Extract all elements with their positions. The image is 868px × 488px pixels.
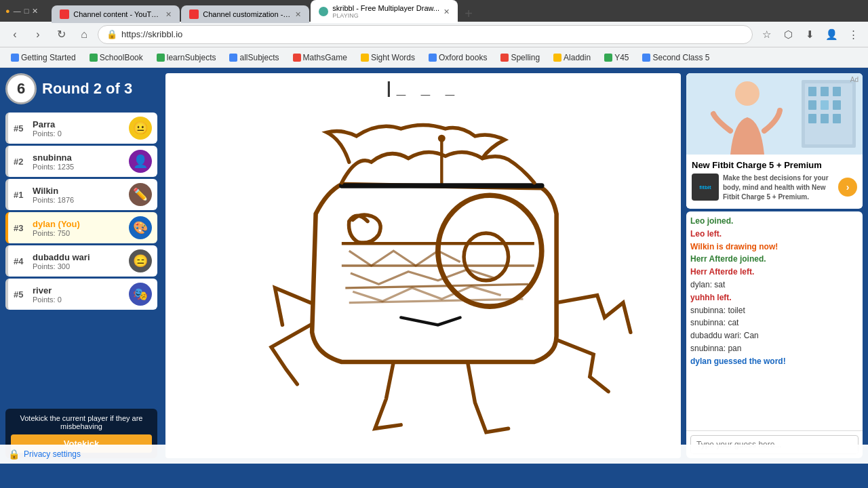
chat-msg-6: yuhhh left. <box>690 292 859 304</box>
bookmark-9[interactable]: Y45 <box>599 52 634 64</box>
url-text: https://skribbl.io <box>121 29 744 39</box>
svg-point-1 <box>464 233 509 281</box>
bookmark-0[interactable]: Getting Started <box>5 52 81 64</box>
tab-close-2[interactable]: ✕ <box>443 7 450 16</box>
tab-favicon-2 <box>319 7 328 16</box>
svg-rect-8 <box>821 87 829 96</box>
player-points-3: Points: 750 <box>33 229 125 237</box>
player-avatar-5: 🎭 <box>129 283 152 306</box>
bookmark-4[interactable]: MathsGame <box>288 52 353 64</box>
chat-box: Leo joined. Leo left. Wilkin is drawing … <box>686 211 863 458</box>
close-btn[interactable]: ✕ <box>32 7 38 16</box>
bookmark-8[interactable]: Aladdin <box>548 52 596 64</box>
privacy-icon: 🔒 <box>8 449 20 460</box>
bookmark-icon-1 <box>90 54 98 62</box>
tab-close-1[interactable]: ✕ <box>295 10 301 19</box>
bookmark-icon-2 <box>157 54 165 62</box>
fitbit-logo-text: fitbit <box>699 184 711 190</box>
player-points-1: Points: 1235 <box>33 163 125 171</box>
player-rank-0: #5 <box>14 123 28 134</box>
player-name-5: river <box>33 285 125 296</box>
ad-box: Ad New Fitbit Charge 5 + Premium fitbit … <box>686 73 863 209</box>
minimize-btn[interactable]: — <box>14 7 21 16</box>
bookmark-10[interactable]: Second Class 5 <box>637 52 715 64</box>
player-item-4: #4 dubaddu wari Points: 300 😑 <box>5 245 157 277</box>
player-avatar-2: ✏️ <box>129 183 152 206</box>
bookmark-2[interactable]: learnSubjects <box>151 52 222 64</box>
svg-point-0 <box>438 195 542 306</box>
ad-header-image <box>686 73 863 155</box>
extensions-button[interactable]: ⬡ <box>778 25 797 44</box>
bookmark-label-2: learnSubjects <box>167 53 216 62</box>
svg-rect-10 <box>808 100 816 110</box>
forward-button[interactable]: › <box>28 25 47 44</box>
bookmark-label-6: Oxford books <box>439 53 487 62</box>
address-bar[interactable]: 🔒 https://skribbl.io <box>98 25 753 44</box>
player-info-5: river Points: 0 <box>33 285 125 304</box>
ad-title-text: New Fitbit Charge 5 + Premium fitbit Mak… <box>692 160 857 201</box>
player-item-5: #5 river Points: 0 🎭 <box>5 279 157 310</box>
tab-0[interactable]: Channel content - YouTube Stu... ✕ <box>52 5 180 23</box>
bookmark-icon-0 <box>11 54 19 62</box>
tab-favicon-1 <box>189 9 199 19</box>
chat-msg-2: Wilkin is drawing now! <box>690 241 859 253</box>
chat-msg-5: dylan: sat <box>690 279 859 291</box>
player-rank-1: #2 <box>14 157 28 167</box>
tab-1[interactable]: Channel customization - YouTu... ✕ <box>181 5 309 23</box>
tab-close-0[interactable]: ✕ <box>165 10 172 19</box>
home-button[interactable]: ⌂ <box>75 25 94 44</box>
bookmark-1[interactable]: SchoolBook <box>84 52 149 64</box>
player-name-2: Wilkin <box>33 186 125 196</box>
star-button[interactable]: ☆ <box>757 25 776 44</box>
ad-label: Ad <box>850 76 859 83</box>
back-button[interactable]: ‹ <box>5 25 24 44</box>
canvas-area: |_ _ _ <box>165 73 681 458</box>
chat-messages: Leo joined. Leo left. Wilkin is drawing … <box>686 211 863 430</box>
tab-2[interactable]: skribbl - Free Multiplayer Draw... PLAYI… <box>311 0 458 23</box>
chat-msg-4: Herr Afterde left. <box>690 266 859 278</box>
tab-favicon-0 <box>60 9 69 19</box>
player-item-0: #5 Parra Points: 0 😐 <box>5 113 157 144</box>
bookmark-7[interactable]: Spelling <box>495 52 545 64</box>
player-item-3: #3 dylan (You) Points: 750 🎨 <box>5 212 157 243</box>
game-container: 6 Round 2 of 3 #5 Parra Points: 0 😐 #2 s… <box>0 68 868 464</box>
player-info-3: dylan (You) Points: 750 <box>33 219 125 237</box>
svg-rect-11 <box>821 100 829 110</box>
bookmark-label-0: Getting Started <box>21 53 76 62</box>
bookmark-label-9: Y45 <box>614 53 629 62</box>
bookmark-label-8: Aladdin <box>564 53 591 62</box>
bookmark-6[interactable]: Oxford books <box>423 52 492 64</box>
bookmark-icon-10 <box>642 54 650 62</box>
bookmark-label-4: MathsGame <box>303 53 347 62</box>
profile-button[interactable]: 👤 <box>822 25 841 44</box>
chat-msg-10: snubinna: pan <box>690 343 859 354</box>
player-rank-4: #4 <box>14 256 28 266</box>
player-avatar-0: 😐 <box>129 117 152 140</box>
bookmark-label-5: Sight Words <box>371 53 415 62</box>
ad-desc-text: Make the best decisions for your body, m… <box>723 174 829 201</box>
votekick-text: Votekick the current player if they are … <box>11 414 152 430</box>
download-button[interactable]: ⬇ <box>800 25 819 44</box>
tab-label-2: skribbl - Free Multiplayer Draw... <box>332 4 439 12</box>
maximize-btn[interactable]: □ <box>24 7 29 16</box>
player-rank-2: #1 <box>14 190 28 200</box>
player-name-3: dylan (You) <box>33 219 125 229</box>
chat-msg-9: dubaddu wari: Can <box>690 330 859 342</box>
new-tab-button[interactable]: + <box>459 4 478 23</box>
player-avatar-4: 😑 <box>129 249 152 272</box>
ad-arrow-btn[interactable]: › <box>838 178 857 197</box>
bookmark-5[interactable]: Sight Words <box>355 52 420 64</box>
chat-msg-3: Herr Afterde joined. <box>690 253 859 265</box>
bookmark-3[interactable]: allSubjects <box>224 52 284 64</box>
bookmark-icon-5 <box>361 54 369 62</box>
timer-circle: 6 <box>5 73 37 104</box>
player-info-1: snubinna Points: 1235 <box>33 152 125 171</box>
player-info-2: Wilkin Points: 1876 <box>33 186 125 204</box>
refresh-button[interactable]: ↻ <box>52 25 71 44</box>
menu-button[interactable]: ⋮ <box>844 25 863 44</box>
lock-icon: 🔒 <box>106 29 117 39</box>
ad-image-svg <box>686 73 863 155</box>
privacy-label[interactable]: Privacy settings <box>24 449 81 459</box>
title-bar: ● — □ ✕ Channel content - YouTube Stu...… <box>0 0 868 22</box>
nav-icons: ☆ ⬡ ⬇ 👤 ⋮ <box>757 25 863 44</box>
